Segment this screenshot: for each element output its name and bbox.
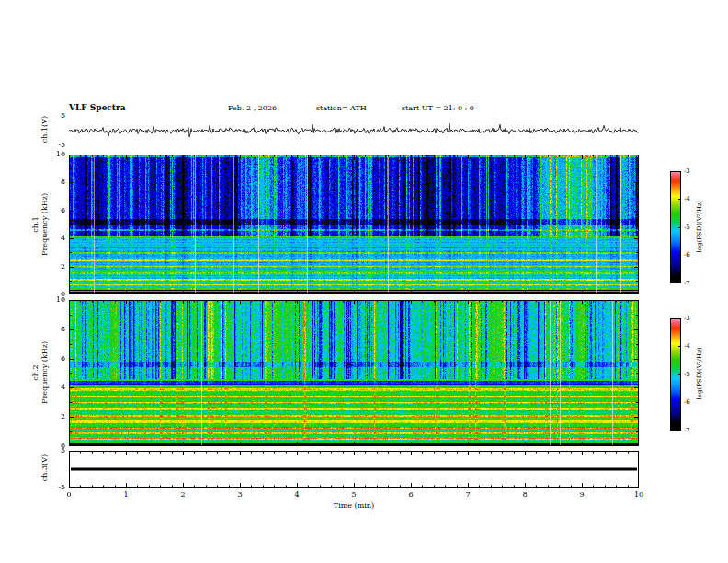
ch1-spectrogram-axis-label: ch.1 Frequency (kHz): [31, 177, 50, 272]
time-xtick: 3: [231, 490, 249, 499]
ch2-colorbar-tick: -6: [684, 398, 690, 406]
ch1-voltage-ytick: 5: [48, 111, 65, 120]
station-label: station= ATH: [316, 104, 367, 112]
time-xtick: 1: [117, 490, 135, 499]
ch1-colorbar-tick: -7: [684, 280, 690, 287]
ch1-spectrogram-canvas: [69, 155, 639, 294]
ch2-colorbar-tick: -5: [684, 371, 690, 378]
ch2-spec-ytick: 2: [44, 412, 65, 420]
ch1-waveform-canvas: [69, 116, 639, 145]
time-xtick: 5: [345, 490, 363, 499]
ch2-colorbar-label: log(PSD)(V²/Hz): [696, 332, 703, 415]
date-label: Feb. 2 , 2026: [228, 104, 277, 112]
ch2-colorbar-tick: -3: [684, 315, 690, 322]
ch2-axis-line1: ch.2: [31, 325, 40, 420]
time-xtick: 7: [459, 490, 477, 499]
ch1-axis-line1: ch.1: [31, 177, 40, 272]
ch2-spec-ytick: 10: [44, 295, 65, 304]
ch1-voltage-ytick: -5: [48, 141, 65, 149]
ch1-spec-ytick: 8: [44, 178, 65, 186]
ch2-axis-line2: Frequency (kHz): [40, 325, 50, 420]
time-xtick: 4: [288, 490, 306, 499]
ch2-colorbar-canvas: [670, 318, 681, 431]
ch2-spec-ytick: 6: [44, 354, 65, 362]
time-xtick: 10: [630, 490, 648, 499]
ch2-spec-ytick: 8: [44, 325, 65, 333]
ch1-colorbar-canvas: [670, 171, 681, 283]
ch1-spec-ytick: 10: [44, 150, 65, 158]
time-xtick: 9: [573, 490, 591, 499]
ch1-colorbar-tick: -4: [684, 195, 690, 202]
ch1-colorbar-tick: -6: [684, 251, 690, 259]
time-xtick: 2: [174, 490, 192, 499]
vlf-spectra-figure: VLF Spectra Feb. 2 , 2026 station= ATH s…: [0, 0, 728, 563]
time-xtick: 0: [60, 490, 78, 499]
ch1-spec-ytick: 6: [44, 206, 65, 214]
ch2-spec-ytick: 4: [44, 383, 65, 391]
ch3-waveform-canvas: [69, 451, 639, 488]
ch2-spec-ytick: 0: [44, 442, 65, 450]
figure-title: VLF Spectra: [69, 103, 126, 112]
ch2-colorbar-tick: -4: [684, 342, 690, 350]
ch1-spec-ytick: 4: [44, 234, 65, 242]
ch1-colorbar-tick: -3: [684, 167, 690, 175]
ch1-colorbar-label: log(PSD)(V²/Hz): [696, 185, 703, 268]
ch1-axis-line2: Frequency (kHz): [40, 177, 50, 272]
ch1-colorbar-tick: -5: [684, 224, 690, 231]
ch1-spec-ytick: 2: [44, 262, 65, 270]
time-xtick: 6: [402, 490, 420, 499]
time-axis-label: Time (min): [317, 501, 391, 510]
ch2-colorbar-tick: -7: [684, 427, 690, 434]
ch2-spectrogram-axis-label: ch.2 Frequency (kHz): [31, 325, 50, 420]
start-ut-label: start UT = 21: 0 : 0: [402, 104, 474, 112]
ch2-spectrogram-canvas: [69, 300, 639, 446]
time-xtick: 8: [516, 490, 534, 499]
